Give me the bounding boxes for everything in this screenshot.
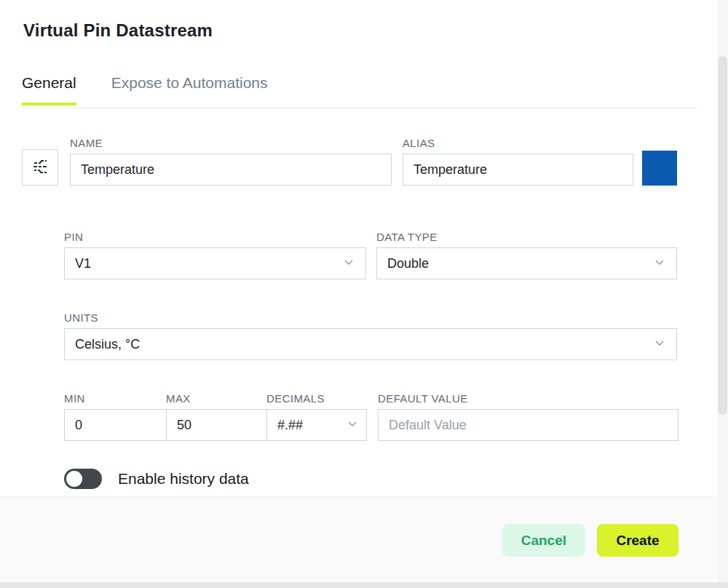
pin-field-group: PIN V1	[64, 231, 366, 279]
chevron-down-icon	[653, 336, 666, 353]
tab-general[interactable]: General	[22, 71, 76, 105]
chevron-down-icon	[342, 255, 355, 272]
data-type-field-group: DATA TYPE Double	[376, 231, 677, 279]
enable-history-label: Enable history data	[118, 470, 249, 488]
default-value-field-group: DEFAULT VALUE	[378, 392, 678, 441]
decimals-select-value: #.##	[277, 418, 303, 433]
tab-bar: General Expose to Automations	[22, 71, 697, 108]
datastream-icon-button[interactable]	[22, 149, 58, 186]
color-swatch-button[interactable]	[642, 151, 677, 186]
decimals-label: DECIMALS	[266, 392, 367, 405]
toggle-knob	[66, 471, 82, 487]
modal-footer: Cancel Create	[0, 496, 728, 582]
data-type-select[interactable]: Double	[376, 247, 677, 279]
min-field-group: MIN	[64, 392, 167, 441]
name-input[interactable]	[70, 154, 392, 186]
pin-label: PIN	[64, 231, 366, 243]
footer-buttons: Cancel Create	[502, 524, 678, 557]
decimals-select[interactable]: #.##	[266, 409, 367, 441]
modal-bottom-edge	[0, 582, 728, 588]
data-type-select-value: Double	[387, 256, 429, 271]
units-row: UNITS Celsius, °C	[64, 311, 677, 360]
name-label: NAME	[70, 137, 392, 149]
max-input[interactable]	[166, 409, 267, 441]
chevron-down-icon	[346, 417, 359, 434]
max-field-group: MAX	[166, 392, 267, 441]
min-label: MIN	[64, 392, 167, 405]
pin-datatype-row: PIN V1 DATA TYPE Double	[64, 231, 677, 279]
virtual-pin-datastream-modal: Virtual Pin Datastream General Expose to…	[0, 0, 728, 588]
pin-select[interactable]: V1	[64, 247, 366, 279]
units-label: UNITS	[64, 311, 677, 324]
cancel-button[interactable]: Cancel	[502, 524, 585, 557]
tab-expose-to-automations[interactable]: Expose to Automations	[111, 71, 268, 105]
create-button[interactable]: Create	[597, 524, 678, 557]
default-value-label: DEFAULT VALUE	[378, 392, 678, 405]
name-field-group: NAME	[70, 137, 392, 186]
max-label: MAX	[166, 392, 267, 405]
min-input[interactable]	[64, 409, 167, 441]
alias-input[interactable]	[403, 154, 633, 186]
alias-field-group: ALIAS	[403, 137, 633, 186]
units-select[interactable]: Celsius, °C	[64, 328, 677, 360]
alias-label: ALIAS	[403, 137, 633, 149]
history-toggle-row: Enable history data	[64, 469, 249, 489]
datastream-icon	[31, 158, 49, 178]
data-type-label: DATA TYPE	[376, 231, 677, 243]
scrollbar-track[interactable]	[718, 0, 728, 582]
default-value-input[interactable]	[378, 409, 678, 441]
page-title: Virtual Pin Datastream	[23, 20, 213, 41]
units-select-value: Celsius, °C	[75, 337, 140, 352]
chevron-down-icon	[653, 255, 666, 272]
name-alias-row: NAME ALIAS	[22, 137, 677, 186]
scrollbar-thumb[interactable]	[718, 56, 727, 415]
pin-select-value: V1	[75, 256, 91, 271]
enable-history-toggle[interactable]	[64, 469, 102, 489]
minmax-row: MIN MAX DECIMALS #.## DEF	[64, 392, 678, 441]
decimals-field-group: DECIMALS #.##	[266, 392, 367, 441]
